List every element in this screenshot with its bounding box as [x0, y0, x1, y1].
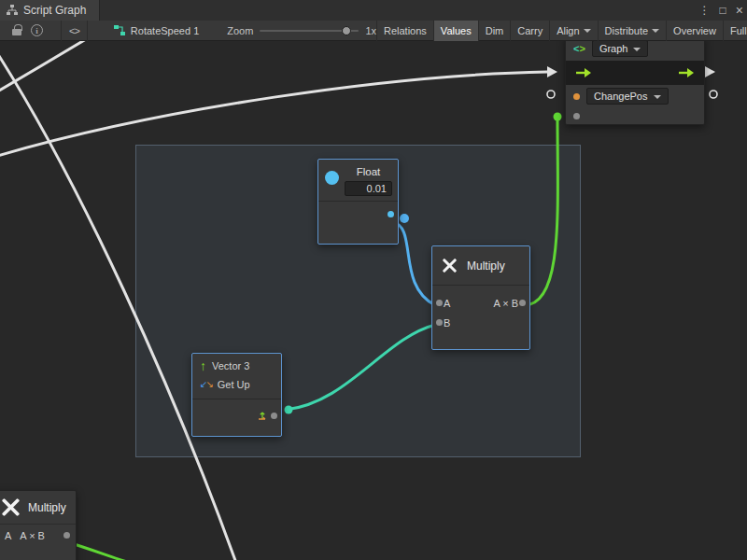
control-out-arrowhead — [705, 66, 715, 77]
float-type-icon — [325, 171, 339, 185]
titlebar: Script Graph ⋮ □ × — [0, 0, 747, 21]
close-icon[interactable]: × — [736, 3, 743, 18]
float-node[interactable]: Float 0.01 — [317, 159, 399, 245]
changepos-dropdown[interactable]: ChangePos — [586, 88, 669, 105]
align-dropdown[interactable]: Align — [549, 21, 597, 41]
control-out-arrow-icon[interactable] — [678, 67, 695, 78]
script-graph-icon — [7, 5, 18, 16]
script-graph-window: Script Graph ⋮ □ × i <> RotateSpeed 1 Zo… — [0, 0, 747, 560]
graph-unit-extra-port[interactable] — [573, 113, 580, 119]
control-in-arrowhead — [547, 66, 557, 77]
graph-name-label: RotateSpeed 1 — [131, 25, 199, 36]
vector3-node-subheader: ↙↘ Get Up — [192, 374, 281, 395]
maximize-icon[interactable]: □ — [720, 4, 726, 17]
relations-button[interactable]: Relations — [376, 21, 433, 41]
graph-unit-header[interactable]: <> Graph — [566, 41, 704, 61]
zoom-slider-handle[interactable] — [342, 26, 351, 35]
float-value-field[interactable]: 0.01 — [345, 181, 392, 196]
vector3-node-body — [192, 399, 281, 432]
changepos-input-port[interactable] — [573, 93, 580, 100]
wire-bottom-multiply-out[interactable] — [65, 541, 142, 560]
breadcrumb[interactable]: RotateSpeed 1 — [114, 25, 199, 36]
value-port-circle-left[interactable] — [547, 91, 555, 98]
lock-button[interactable] — [7, 21, 26, 41]
tab-title: Script Graph — [23, 4, 86, 17]
up-arrow-icon: ↑ — [200, 359, 206, 372]
dim-button[interactable]: Dim — [478, 21, 511, 41]
multiply-node[interactable]: Multiply A A × B B — [431, 245, 530, 350]
multiply-partial-header[interactable]: Multiply — [0, 491, 76, 524]
values-button[interactable]: Values — [433, 21, 478, 41]
multiply-icon — [442, 258, 458, 273]
vector3-node-title: Vector 3 — [212, 360, 249, 371]
float-node-header[interactable]: Float 0.01 — [318, 160, 398, 201]
graph-canvas[interactable]: Float 0.01 Multiply A A × B — [0, 41, 747, 560]
edit-graph-button[interactable]: <> — [61, 21, 88, 41]
graph-asset-icon — [114, 25, 126, 36]
multiply-row-a: A A × B — [432, 293, 529, 313]
multiply-partial-title: Multiply — [28, 501, 66, 514]
chevron-down-icon — [654, 95, 661, 99]
graph-toolbar: i <> RotateSpeed 1 Zoom 1x Relations Val… — [0, 21, 747, 41]
float-output-port[interactable] — [388, 211, 394, 217]
vector3-get-up-node[interactable]: ↑ Vector 3 ↙↘ Get Up — [191, 353, 282, 437]
multiply-row-b: B — [432, 313, 529, 332]
tab-script-graph[interactable]: Script Graph — [0, 0, 100, 21]
multiply-input-b-port[interactable] — [436, 319, 443, 326]
vector3-node-subtitle: Get Up — [218, 379, 250, 390]
zoom-label: Zoom — [227, 25, 253, 36]
multiply-node-partial[interactable]: Multiply A A × B — [0, 490, 77, 560]
info-button[interactable]: i — [26, 21, 48, 41]
script-graph-brackets-icon: <> — [573, 43, 585, 54]
float-node-title: Float — [345, 166, 392, 177]
multiply-input-a-label: A — [444, 298, 450, 309]
zoom-control: Zoom 1x — [227, 25, 376, 36]
multiply-input-a-port[interactable] — [436, 300, 443, 306]
kebab-menu-icon[interactable]: ⋮ — [699, 4, 711, 17]
vector3-output-port[interactable] — [271, 413, 277, 419]
multiply-partial-input-a-label: A — [5, 530, 11, 541]
lock-icon — [12, 29, 21, 35]
chevron-down-icon — [584, 29, 591, 33]
graph-dropdown[interactable]: Graph — [592, 41, 649, 57]
graph-unit-node[interactable]: <> Graph ChangePos — [565, 41, 705, 125]
multiply-partial-row: A A × B — [0, 524, 76, 546]
multiply-node-body: A A × B B — [432, 285, 529, 332]
move-arrows-icon — [257, 410, 268, 421]
vector3-node-header[interactable]: ↑ Vector 3 — [192, 354, 281, 374]
multiply-node-title: Multiply — [467, 259, 505, 273]
graph-unit-value-row: ChangePos — [566, 85, 704, 107]
chevron-down-icon — [652, 29, 659, 33]
graph-unit-extra-row — [566, 107, 704, 124]
multiply-output-label: A × B — [493, 298, 518, 309]
wire-white-corner[interactable] — [0, 41, 86, 93]
multiply-partial-output-port[interactable] — [63, 532, 70, 539]
carry-button[interactable]: Carry — [510, 21, 549, 41]
distribute-dropdown[interactable]: Distribute — [598, 21, 666, 41]
zoom-value: 1x — [365, 25, 376, 36]
chevron-down-icon — [633, 48, 641, 51]
multiply-output-port[interactable] — [519, 300, 526, 306]
value-port-circle-right[interactable] — [710, 91, 717, 98]
multiply-node-header[interactable]: Multiply — [432, 246, 529, 285]
fullscreen-button[interactable]: Full Screen — [723, 21, 747, 41]
multiply-partial-output-label: A × B — [20, 530, 45, 541]
zoom-slider[interactable] — [260, 25, 359, 36]
code-icon: <> — [69, 25, 79, 36]
multiply-icon — [1, 497, 21, 517]
toolbar-buttons: Relations Values Dim Carry Align Distrib… — [376, 21, 747, 41]
multiply-input-b-label: B — [444, 317, 450, 329]
window-controls: ⋮ □ × — [699, 0, 743, 21]
get-up-icon: ↙↘ — [200, 380, 212, 389]
overview-button[interactable]: Overview — [666, 21, 723, 41]
float-node-body — [318, 201, 398, 227]
info-icon: i — [31, 24, 43, 36]
wire-green-dot-end — [554, 113, 562, 121]
graph-unit-control-row — [566, 61, 704, 85]
control-in-arrow-icon[interactable] — [575, 67, 592, 78]
